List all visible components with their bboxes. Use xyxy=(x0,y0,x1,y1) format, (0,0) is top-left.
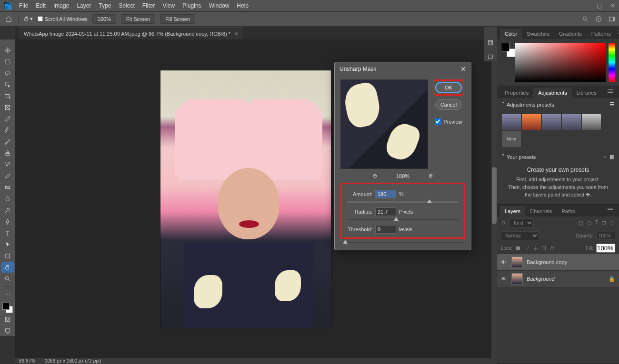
presets-list-icon[interactable]: ☰ xyxy=(609,101,614,108)
filter-smart-icon[interactable] xyxy=(609,220,615,226)
menu-select[interactable]: Select xyxy=(119,2,134,9)
clone-stamp-tool[interactable] xyxy=(1,148,14,158)
tab-color[interactable]: Color xyxy=(500,29,522,39)
menu-window[interactable]: Window xyxy=(209,2,230,9)
menu-file[interactable]: File xyxy=(19,2,28,9)
amount-slider[interactable] xyxy=(347,201,459,203)
tab-properties[interactable]: Properties xyxy=(500,88,533,98)
preset-thumb[interactable] xyxy=(562,114,581,130)
tab-gradients[interactable]: Gradients xyxy=(554,29,587,39)
window-maximize-icon[interactable]: ▢ xyxy=(597,2,602,9)
brush-tool[interactable] xyxy=(1,137,14,147)
filter-shape-icon[interactable] xyxy=(601,220,607,226)
layer-row[interactable]: 👁 Background 🔒 xyxy=(497,271,619,287)
frame-tool[interactable] xyxy=(1,102,14,113)
zoom-tool[interactable] xyxy=(1,274,14,284)
fill-input[interactable] xyxy=(596,244,615,253)
blend-mode[interactable]: Normal xyxy=(501,231,539,240)
layer-filter-kind[interactable]: Kind xyxy=(509,218,534,227)
radius-slider[interactable] xyxy=(347,219,459,220)
quickmask-icon[interactable] xyxy=(1,314,14,325)
preset-thumb[interactable] xyxy=(502,114,521,130)
filter-type-icon[interactable]: T xyxy=(595,220,598,226)
panel-color-swatch[interactable] xyxy=(501,43,512,54)
hand-tool[interactable] xyxy=(1,262,14,273)
dialog-close-icon[interactable]: ✕ xyxy=(460,65,466,73)
window-close-icon[interactable]: ✕ xyxy=(610,2,615,9)
lock-artboard-icon[interactable] xyxy=(541,245,547,252)
presets-header[interactable]: ˅ Adjustments presets ☰ xyxy=(497,98,619,111)
preview-checkbox[interactable]: Preview xyxy=(435,118,462,125)
type-tool[interactable] xyxy=(1,228,14,238)
menu-plugins[interactable]: Plugins xyxy=(182,2,201,9)
menu-layer[interactable]: Layer xyxy=(77,2,91,9)
lock-paint-icon[interactable] xyxy=(524,245,529,252)
help-icon[interactable] xyxy=(595,16,602,22)
comments-dock-icon[interactable] xyxy=(486,53,495,61)
menu-filter[interactable]: Filter xyxy=(142,2,155,9)
tab-adjustments[interactable]: Adjustments xyxy=(533,88,572,98)
visibility-icon[interactable]: 👁 xyxy=(501,259,508,265)
marquee-tool[interactable] xyxy=(1,57,14,67)
threshold-slider[interactable] xyxy=(342,242,463,243)
crop-tool[interactable] xyxy=(1,91,14,101)
move-tool[interactable] xyxy=(1,45,14,56)
preset-thumb[interactable] xyxy=(582,114,601,130)
search-icon[interactable] xyxy=(501,220,507,226)
edit-toolbar-icon[interactable]: ⋯ xyxy=(1,289,14,300)
tab-swatches[interactable]: Swatches xyxy=(522,29,554,39)
panel-menu-icon[interactable] xyxy=(605,206,616,216)
zoom-out-icon[interactable]: ⊖ xyxy=(373,173,377,179)
lock-trans-icon[interactable] xyxy=(515,245,521,252)
panel-menu-icon[interactable] xyxy=(605,88,616,98)
ok-button[interactable]: OK xyxy=(435,82,462,93)
your-presets-header[interactable]: ˅ Your presets ＋ ▦ xyxy=(497,150,619,164)
path-select-tool[interactable] xyxy=(1,239,14,250)
object-select-tool[interactable] xyxy=(1,79,14,90)
eyedropper-tool[interactable] xyxy=(1,114,14,124)
menu-view[interactable]: View xyxy=(162,2,175,9)
menu-help[interactable]: Help xyxy=(237,2,249,9)
preset-thumb[interactable] xyxy=(522,114,541,130)
radius-input[interactable] xyxy=(375,207,396,216)
history-brush-tool[interactable] xyxy=(1,159,14,170)
tab-channels[interactable]: Channels xyxy=(525,206,557,216)
more-presets-button[interactable]: More xyxy=(502,131,521,147)
lock-pos-icon[interactable] xyxy=(532,245,538,252)
blur-tool[interactable] xyxy=(1,194,14,204)
cancel-button[interactable]: Cancel xyxy=(435,99,462,110)
close-tab-icon[interactable]: × xyxy=(234,30,238,37)
fit-screen-button[interactable]: Fit Screen xyxy=(121,14,155,24)
menu-image[interactable]: Image xyxy=(53,2,69,9)
home-icon[interactable] xyxy=(4,14,13,24)
color-field[interactable] xyxy=(515,43,606,82)
tab-libraries[interactable]: Libraries xyxy=(572,88,601,98)
history-dock-icon[interactable] xyxy=(486,39,495,47)
document-tab[interactable]: WhatsApp Image 2024-09-11 at 11.25.09 AM… xyxy=(19,27,243,39)
scroll-all-checkbox[interactable]: Scroll All Windows xyxy=(38,16,88,22)
gradient-tool[interactable] xyxy=(1,182,14,193)
eraser-tool[interactable] xyxy=(1,171,14,181)
zoom-in-icon[interactable]: ⊕ xyxy=(429,173,433,179)
grid-view-icon[interactable]: ▦ xyxy=(609,154,614,160)
filter-adjust-icon[interactable] xyxy=(587,220,592,226)
zoom-level[interactable]: 100% xyxy=(92,14,116,24)
lasso-tool[interactable] xyxy=(1,68,14,79)
menu-type[interactable]: Type xyxy=(99,2,111,9)
add-preset-icon[interactable]: ＋ xyxy=(602,153,608,160)
scrollbar-vertical[interactable] xyxy=(491,39,497,358)
hue-slider[interactable] xyxy=(609,43,615,82)
color-swatches[interactable] xyxy=(2,303,13,313)
tab-layers[interactable]: Layers xyxy=(500,206,525,216)
amount-input[interactable] xyxy=(375,190,396,198)
visibility-icon[interactable]: 👁 xyxy=(501,276,508,282)
screenmode-icon[interactable] xyxy=(1,325,14,336)
preset-thumb[interactable] xyxy=(542,114,561,130)
lock-all-icon[interactable] xyxy=(549,245,555,252)
shape-tool[interactable] xyxy=(1,251,14,261)
window-minimize-icon[interactable]: — xyxy=(582,2,588,9)
workspace-icon[interactable] xyxy=(609,16,615,22)
menu-edit[interactable]: Edit xyxy=(36,2,46,9)
tab-patterns[interactable]: Patterns xyxy=(587,29,616,39)
hand-tool-icon[interactable]: ▾ xyxy=(23,14,33,24)
